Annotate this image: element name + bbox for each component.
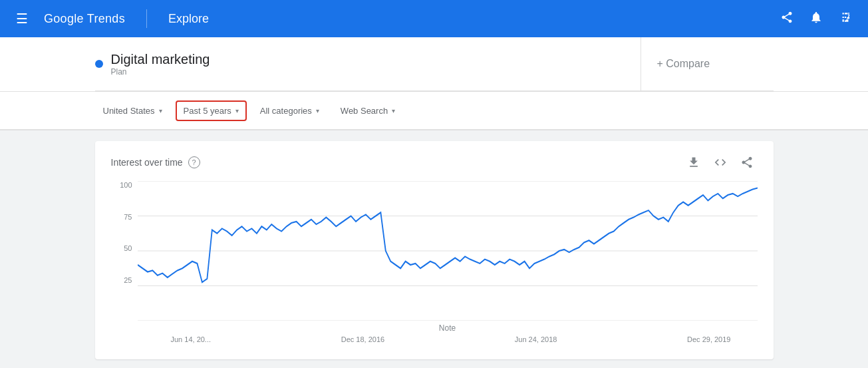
search-term: Digital marketing Plan — [95, 39, 641, 90]
help-icon[interactable]: ? — [188, 156, 200, 168]
search-section: Digital marketing Plan + Compare — [0, 37, 868, 92]
chart-svg — [138, 181, 758, 321]
categories-filter[interactable]: All categories ▾ — [252, 100, 327, 121]
logo: Google Trends — [44, 12, 125, 26]
header-right — [775, 5, 857, 33]
app-header: ☰ Google Trends Explore — [0, 0, 868, 37]
y-label-25: 25 — [124, 276, 132, 284]
share-chart-button[interactable] — [736, 152, 758, 173]
share-icon[interactable] — [775, 5, 799, 33]
categories-chevron: ▾ — [316, 107, 319, 114]
chart-header: Interest over time ? — [111, 152, 758, 173]
chart-title: Interest over time — [111, 157, 183, 168]
embed-button[interactable] — [710, 152, 731, 173]
search-type-chevron: ▾ — [392, 107, 395, 114]
help-icon-label: ? — [192, 158, 196, 166]
x-axis-labels: Jun 14, 20... Dec 18, 2016 Jun 24, 2018 … — [138, 333, 758, 343]
x-label-4: Dec 29, 2019 — [687, 335, 730, 343]
term-type: Plan — [111, 67, 210, 77]
region-chevron: ▾ — [159, 107, 162, 114]
y-label-100: 100 — [120, 181, 132, 189]
chart-section: Interest over time ? — [95, 141, 774, 359]
y-label-75: 75 — [124, 213, 132, 221]
search-type-filter[interactable]: Web Search ▾ — [333, 100, 403, 121]
header-divider — [146, 9, 147, 28]
categories-label: All categories — [260, 106, 312, 116]
chart-title-row: Interest over time ? — [111, 156, 200, 168]
search-type-label: Web Search — [341, 106, 388, 116]
chart-wrapper: Interest over time ? — [42, 141, 827, 359]
x-label-2: Dec 18, 2016 — [341, 335, 384, 343]
term-indicator-dot — [95, 60, 103, 68]
chart-footer: Note Jun 14, 20... Dec 18, 2016 Jun 24, … — [111, 323, 758, 343]
header-left: ☰ Google Trends Explore — [11, 5, 209, 32]
filters-section: United States ▾ Past 5 years ▾ All categ… — [0, 92, 868, 130]
time-range-chevron: ▾ — [235, 107, 239, 114]
region-filter[interactable]: United States ▾ — [95, 100, 170, 121]
y-label-50: 50 — [124, 244, 132, 252]
region-label: United States — [103, 106, 155, 116]
logo-text: Google Trends — [44, 12, 125, 26]
compare-label[interactable]: + Compare — [657, 58, 710, 70]
download-button[interactable] — [683, 152, 704, 173]
apps-icon[interactable] — [833, 5, 857, 33]
time-range-filter[interactable]: Past 5 years ▾ — [176, 100, 247, 121]
chart-body: 100 75 50 25 — [111, 181, 758, 321]
explore-label: Explore — [168, 12, 209, 26]
chart-plot — [138, 181, 758, 321]
x-label-3: Jun 24, 2018 — [515, 335, 557, 343]
x-label-1: Jun 14, 20... — [171, 335, 212, 343]
chart-note: Note — [138, 323, 758, 333]
term-name: Digital marketing — [111, 52, 210, 67]
menu-icon[interactable]: ☰ — [11, 5, 33, 32]
y-axis: 100 75 50 25 — [111, 181, 138, 321]
time-range-label: Past 5 years — [184, 106, 231, 116]
search-row: Digital marketing Plan + Compare — [95, 37, 774, 91]
compare-section[interactable]: + Compare — [641, 37, 774, 91]
notification-icon[interactable] — [804, 5, 828, 33]
term-info: Digital marketing Plan — [111, 52, 210, 77]
chart-actions — [683, 152, 758, 173]
